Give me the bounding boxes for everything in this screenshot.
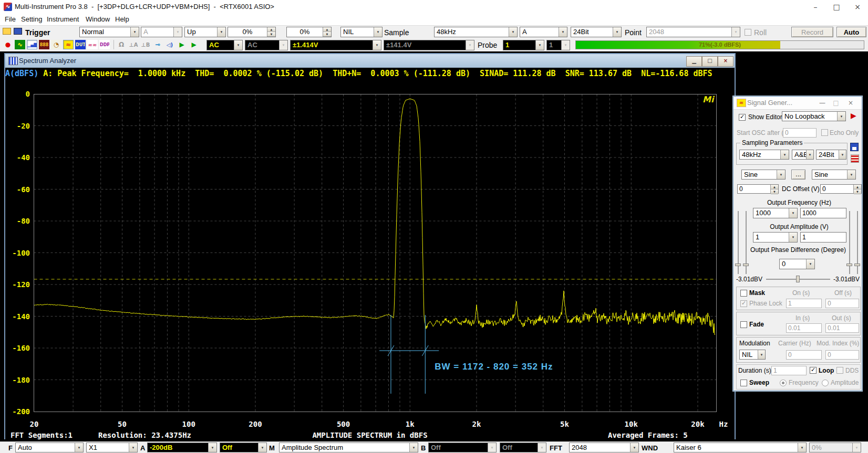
minimize-button[interactable]: – — [805, 0, 826, 14]
show-editor-checkbox[interactable]: ✓ — [739, 114, 746, 121]
sample-channel-dropdown[interactable]: A▼ — [520, 27, 567, 37]
chevron-down-icon[interactable]: ▼ — [217, 27, 225, 37]
chevron-down-icon[interactable]: ▼ — [129, 443, 137, 452]
menu-file[interactable]: File — [5, 14, 16, 25]
chevron-down-icon[interactable]: ▼ — [234, 40, 242, 50]
trigger-hpf-dropdown[interactable]: NIL▼ — [340, 27, 383, 37]
frequency-range-dropdown[interactable]: Auto▼ — [15, 443, 84, 452]
siggen-close-button[interactable]: × — [845, 98, 856, 108]
siggen-channels-dropdown[interactable]: A&B▼ — [792, 150, 814, 160]
siggen-maximize-button[interactable]: □ — [830, 98, 842, 108]
spin-up-icon[interactable]: ▲ — [323, 27, 331, 32]
frequency-b-input[interactable]: 1000 — [800, 208, 846, 218]
spectrum-analyzer-icon[interactable]: ▁▄▇ — [27, 40, 37, 49]
signal-list-icon[interactable] — [851, 154, 859, 163]
chevron-down-icon[interactable]: ▼ — [258, 443, 266, 452]
menu-help[interactable]: Help — [115, 14, 129, 25]
menu-instrument[interactable]: Instrument — [47, 14, 79, 25]
spectrum-window-titlebar[interactable]: Spectrum Analyzer ▁ □ × — [5, 54, 735, 68]
siggen-run-icon[interactable]: ▶ — [851, 112, 856, 120]
chevron-down-icon[interactable]: ▼ — [780, 150, 789, 159]
chevron-down-icon[interactable]: ▼ — [613, 27, 621, 37]
close-button[interactable]: × — [847, 0, 868, 14]
spectrum-close-button[interactable]: × — [718, 56, 733, 67]
chevron-down-icon[interactable]: ▼ — [777, 170, 785, 179]
siggen-minimize-button[interactable]: — — [817, 98, 828, 108]
mask-checkbox[interactable] — [740, 290, 747, 297]
fft-size-dropdown[interactable]: 2048▼ — [569, 443, 639, 452]
run-loop-icon[interactable]: ▶ — [189, 40, 199, 49]
chevron-down-icon[interactable]: ▼ — [847, 170, 855, 179]
phase-dropdown[interactable]: 0▼ — [779, 259, 815, 269]
zoom-dropdown[interactable]: X1▼ — [86, 443, 138, 452]
chevron-down-icon[interactable]: ▼ — [806, 150, 813, 159]
chevron-down-icon[interactable]: ▼ — [374, 27, 382, 37]
fade-checkbox[interactable] — [740, 321, 747, 328]
chevron-down-icon[interactable]: ▼ — [789, 233, 797, 242]
chevron-down-icon[interactable]: ▼ — [789, 208, 797, 218]
range-a-dropdown[interactable]: ±1.414V▼ — [290, 40, 381, 50]
chevron-down-icon[interactable]: ▼ — [758, 350, 765, 359]
dc-offset-a-input[interactable]: 0 — [737, 184, 771, 194]
waveform-more-button[interactable]: ... — [791, 170, 805, 180]
save-signal-icon[interactable] — [850, 143, 859, 151]
chevron-down-icon[interactable]: ▼ — [806, 259, 814, 269]
spectrum-minimize-button[interactable]: ▁ — [686, 56, 702, 67]
loop-checkbox[interactable]: ✓ — [810, 367, 817, 374]
siggen-rate-dropdown[interactable]: 48kHz▼ — [739, 150, 789, 160]
chevron-down-icon[interactable]: ▼ — [130, 27, 139, 37]
bit-depth-dropdown[interactable]: 24Bit▼ — [571, 27, 622, 37]
trigger-delay-spinner[interactable]: 0%▲▼ — [286, 27, 332, 37]
menu-window[interactable]: Window — [86, 14, 110, 25]
frequency-a-dropdown[interactable]: 1000▼ — [753, 208, 798, 218]
slider-handle[interactable] — [854, 264, 860, 266]
sweep-checkbox[interactable] — [740, 380, 747, 386]
waveform-a-dropdown[interactable]: Sine▼ — [741, 170, 786, 180]
sound-output-icon[interactable]: ◁) — [164, 40, 175, 49]
trigger-edge-dropdown[interactable]: Up▼ — [184, 27, 226, 37]
chevron-down-icon[interactable]: ▼ — [535, 40, 544, 50]
run-icon[interactable]: ▶ — [177, 40, 187, 49]
spin-up-icon[interactable]: ▲ — [267, 27, 275, 32]
ddp-viewer-icon[interactable]: DDP — [99, 40, 110, 49]
spin-down-icon[interactable]: ▼ — [323, 32, 331, 37]
signal-generator-titlebar[interactable]: ≈ Signal Gener... — □ × — [733, 97, 862, 110]
chevron-down-icon[interactable]: ▼ — [409, 443, 418, 452]
chevron-down-icon[interactable]: ▼ — [75, 443, 83, 452]
chevron-down-icon[interactable]: ▼ — [798, 443, 806, 452]
chevron-down-icon[interactable]: ▼ — [509, 27, 517, 37]
chevron-down-icon[interactable]: ▼ — [373, 40, 381, 50]
oscilloscope-icon[interactable]: ∿ — [15, 40, 25, 49]
spectrum-3d-plot-icon[interactable]: ◔ — [51, 40, 61, 49]
spectrum-plot[interactable]: 0-20-40-60-80-100-120-140-160-180-200205… — [6, 80, 736, 431]
balance-slider-handle[interactable] — [796, 276, 800, 282]
a-range-dropdown[interactable]: -200dB▼ — [147, 443, 217, 452]
auto-button[interactable]: Auto — [836, 27, 866, 37]
spin-down-icon[interactable]: ▼ — [267, 32, 275, 37]
window-function-dropdown[interactable]: Kaiser 6▼ — [674, 443, 807, 452]
chevron-down-icon[interactable]: ▼ — [559, 27, 567, 37]
a-mode-dropdown[interactable]: Off▼ — [220, 443, 267, 452]
slider-handle[interactable] — [735, 264, 741, 266]
probe-calibration-icon[interactable]: ⊸ — [152, 40, 163, 49]
dc-offset-b-spinner[interactable]: ▲▼ — [854, 184, 862, 194]
maximize-button[interactable]: □ — [826, 0, 847, 14]
waveform-b-dropdown[interactable]: Sine▼ — [812, 170, 856, 180]
chevron-down-icon[interactable]: ▼ — [630, 443, 638, 452]
spectrum-maximize-button[interactable]: □ — [702, 56, 718, 67]
amplitude-b-input[interactable]: 1 — [800, 232, 846, 243]
trigger-level-spinner[interactable]: 0%▲▼ — [228, 27, 276, 37]
record-icon[interactable]: ● — [3, 40, 13, 49]
slider-handle[interactable] — [743, 264, 749, 266]
dc-offset-a-spinner[interactable]: ▲▼ — [771, 184, 779, 194]
device-under-test-icon[interactable]: DUT — [75, 40, 86, 49]
amplitude-a-dropdown[interactable]: 1▼ — [753, 232, 798, 243]
loopback-dropdown[interactable]: No Loopback▼ — [782, 111, 846, 121]
coupling-a-dropdown[interactable]: AC▼ — [206, 40, 243, 50]
trigger-mode-dropdown[interactable]: Normal▼ — [79, 27, 139, 37]
multimeter-icon[interactable]: 888 — [39, 40, 49, 49]
save-icon[interactable] — [14, 28, 22, 35]
chevron-down-icon[interactable]: ▼ — [839, 150, 846, 159]
dc-offset-b-input[interactable]: 0 — [820, 184, 854, 194]
chevron-down-icon[interactable]: ▼ — [837, 112, 845, 121]
